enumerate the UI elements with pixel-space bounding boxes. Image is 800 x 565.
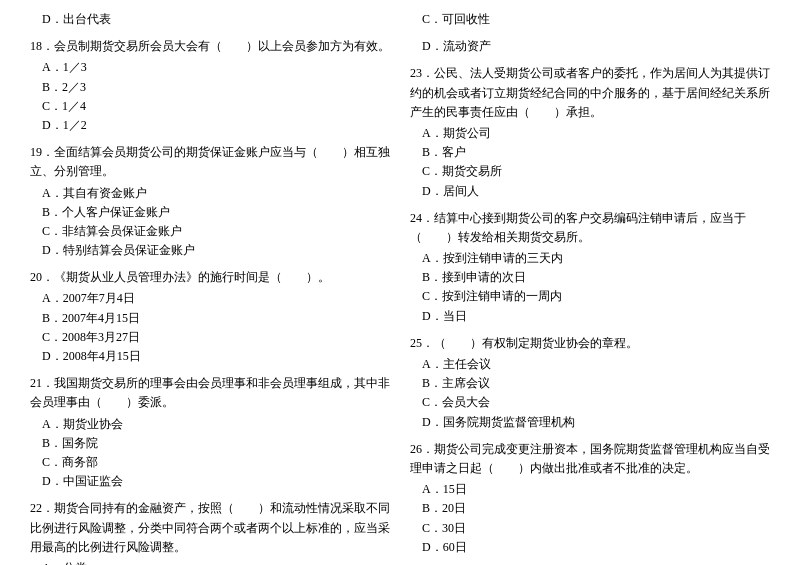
question-25-title: 25．（ ）有权制定期货业协会的章程。 [410, 334, 770, 353]
question-d-top: D．出台代表 [30, 10, 390, 29]
question-23-title: 23．公民、法人受期货公司或者客户的委托，作为居间人为其提供订约的机会或者订立期… [410, 64, 770, 122]
option-19-d: D．特别结算会员保证金账户 [30, 241, 390, 260]
option-24-b: B．接到申请的次日 [410, 268, 770, 287]
right-column: C．可回收性 D．流动资产 23．公民、法人受期货公司或者客户的委托，作为居间人… [410, 10, 770, 565]
option-20-b: B．2007年4月15日 [30, 309, 390, 328]
option-18-b: B．2／3 [30, 78, 390, 97]
question-20: 20．《期货从业人员管理办法》的施行时间是（ ）。 A．2007年7月4日 B．… [30, 268, 390, 366]
option-19-b: B．个人客户保证金账户 [30, 203, 390, 222]
option-21-b: B．国务院 [30, 434, 390, 453]
option-26-c: C．30日 [410, 519, 770, 538]
option-c: C．可回收性 [410, 10, 770, 29]
question-22: 22．期货合同持有的金融资产，按照（ ）和流动性情况采取不同比例进行风险调整，分… [30, 499, 390, 565]
question-26-title: 26．期货公司完成变更注册资本，国务院期货监督管理机构应当自受理申请之日起（ ）… [410, 440, 770, 478]
option-25-b: B．主席会议 [410, 374, 770, 393]
question-23: 23．公民、法人受期货公司或者客户的委托，作为居间人为其提供订约的机会或者订立期… [410, 64, 770, 200]
option-21-c: C．商务部 [30, 453, 390, 472]
option-24-d: D．当日 [410, 307, 770, 326]
option-21-a: A．期货业协会 [30, 415, 390, 434]
question-18: 18．会员制期货交易所会员大会有（ ）以上会员参加方为有效。 A．1／3 B．2… [30, 37, 390, 135]
option-18-a: A．1／3 [30, 58, 390, 77]
option-23-a: A．期货公司 [410, 124, 770, 143]
question-24: 24．结算中心接到期货公司的客户交易编码注销申请后，应当于（ ）转发给相关期货交… [410, 209, 770, 326]
option-23-b: B．客户 [410, 143, 770, 162]
option-20-a: A．2007年7月4日 [30, 289, 390, 308]
question-19: 19．全面结算会员期货公司的期货保证金账户应当与（ ）相互独立、分别管理。 A．… [30, 143, 390, 260]
option-22-a: A．分类 [30, 559, 390, 565]
option-23-c: C．期货交易所 [410, 162, 770, 181]
option-26-b: B．20日 [410, 499, 770, 518]
question-18-title: 18．会员制期货交易所会员大会有（ ）以上会员参加方为有效。 [30, 37, 390, 56]
option-18-c: C．1／4 [30, 97, 390, 116]
option-21-d: D．中国证监会 [30, 472, 390, 491]
question-20-title: 20．《期货从业人员管理办法》的施行时间是（ ）。 [30, 268, 390, 287]
option-25-c: C．会员大会 [410, 393, 770, 412]
option-24-c: C．按到注销申请的一周内 [410, 287, 770, 306]
option-20-d: D．2008年4月15日 [30, 347, 390, 366]
question-26: 26．期货公司完成变更注册资本，国务院期货监督管理机构应当自受理申请之日起（ ）… [410, 440, 770, 557]
option-d: D．出台代表 [30, 10, 390, 29]
option-25-d: D．国务院期货监督管理机构 [410, 413, 770, 432]
option-26-d: D．60日 [410, 538, 770, 557]
option-d2: D．流动资产 [410, 37, 770, 56]
option-24-a: A．按到注销申请的三天内 [410, 249, 770, 268]
option-18-d: D．1／2 [30, 116, 390, 135]
option-19-c: C．非结算会员保证金账户 [30, 222, 390, 241]
option-23-d: D．居间人 [410, 182, 770, 201]
question-25: 25．（ ）有权制定期货业协会的章程。 A．主任会议 B．主席会议 C．会员大会… [410, 334, 770, 432]
option-19-a: A．其自有资金账户 [30, 184, 390, 203]
question-d-top2: D．流动资产 [410, 37, 770, 56]
question-21: 21．我国期货交易所的理事会由会员理事和非会员理事组成，其中非会员理事由（ ）委… [30, 374, 390, 491]
option-20-c: C．2008年3月27日 [30, 328, 390, 347]
option-26-a: A．15日 [410, 480, 770, 499]
question-21-title: 21．我国期货交易所的理事会由会员理事和非会员理事组成，其中非会员理事由（ ）委… [30, 374, 390, 412]
question-19-title: 19．全面结算会员期货公司的期货保证金账户应当与（ ）相互独立、分别管理。 [30, 143, 390, 181]
question-24-title: 24．结算中心接到期货公司的客户交易编码注销申请后，应当于（ ）转发给相关期货交… [410, 209, 770, 247]
question-22-title: 22．期货合同持有的金融资产，按照（ ）和流动性情况采取不同比例进行风险调整，分… [30, 499, 390, 557]
option-25-a: A．主任会议 [410, 355, 770, 374]
question-c-top: C．可回收性 [410, 10, 770, 29]
left-column: D．出台代表 18．会员制期货交易所会员大会有（ ）以上会员参加方为有效。 A．… [30, 10, 390, 565]
